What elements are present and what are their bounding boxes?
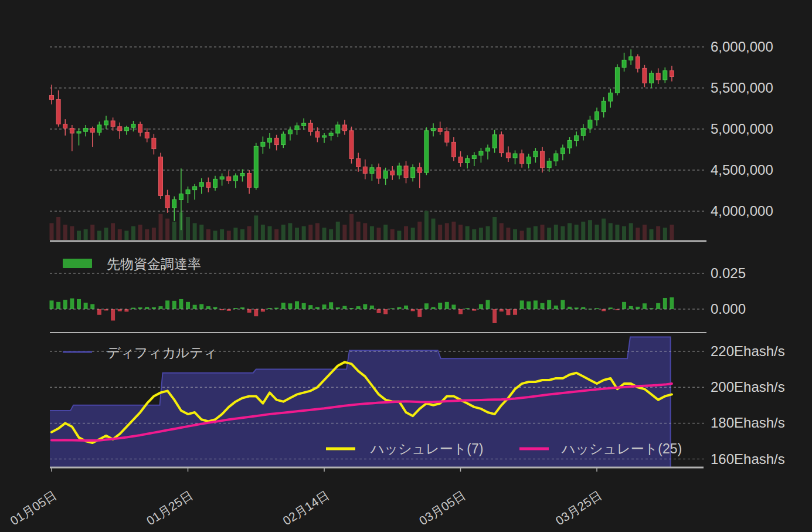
volume-bar	[424, 211, 429, 240]
candle-body	[383, 171, 388, 178]
volume-bar	[288, 223, 292, 240]
funding-bar	[213, 307, 218, 309]
volume-bar	[240, 229, 244, 240]
volume-bar	[500, 223, 504, 240]
volume-bar	[220, 229, 224, 240]
candle-body	[445, 131, 449, 142]
funding-bar	[602, 309, 606, 311]
candle-body	[541, 151, 545, 168]
volume-bar	[432, 219, 436, 240]
candle-body	[50, 96, 54, 100]
volume-bar	[588, 220, 592, 240]
candle-body	[500, 135, 504, 153]
candle-body	[547, 161, 551, 168]
candle-body	[670, 71, 674, 77]
candle-body	[240, 174, 244, 176]
volume-bar	[492, 217, 497, 240]
funding-bar	[63, 300, 67, 309]
funding-bar	[342, 306, 346, 309]
volume-bar	[77, 231, 81, 240]
candle-body	[622, 60, 626, 67]
funding-bar	[322, 304, 327, 309]
funding-axis-label: 0.000	[711, 301, 746, 317]
candle-body	[554, 154, 558, 161]
funding-bar	[315, 307, 320, 309]
volume-bar	[124, 231, 128, 240]
funding-axis-labels: 0.0250.000	[711, 265, 746, 317]
volume-bar	[472, 229, 476, 240]
funding-legend-swatch	[63, 259, 92, 268]
volume-bar	[383, 225, 388, 240]
volume-bar	[97, 231, 101, 240]
volume-bar	[302, 226, 306, 240]
volume-bar	[445, 223, 449, 240]
candle-body	[397, 166, 401, 175]
funding-gridlines	[50, 273, 706, 309]
volume-bar	[602, 219, 606, 240]
candle-body	[479, 151, 483, 155]
volume-bar	[172, 222, 176, 240]
hashrate-axis-label: 200Ehash/s	[711, 379, 785, 395]
candle-body	[295, 126, 299, 130]
price-axis-label: 4,000,000	[711, 203, 773, 219]
candle-body	[336, 125, 340, 133]
funding-bar	[417, 309, 422, 317]
candle-body	[615, 67, 619, 93]
volume-bar	[581, 222, 585, 240]
candle-body	[288, 130, 292, 134]
volume-bar	[622, 226, 626, 240]
volume-bar	[295, 228, 299, 240]
difficulty-legend[interactable]: ディフィカルティ	[63, 345, 217, 360]
candle-body	[534, 151, 538, 157]
candle-body	[233, 176, 237, 181]
volume-bar	[322, 228, 327, 240]
candle-body	[411, 168, 415, 178]
volume-bar	[486, 226, 490, 240]
volume-bar	[656, 226, 660, 240]
funding-bar	[206, 306, 210, 309]
volume-bar	[541, 225, 545, 240]
volume-bars	[50, 211, 674, 240]
funding-bar	[670, 297, 674, 309]
candle-body	[404, 166, 408, 178]
funding-bar	[629, 306, 633, 309]
funding-bar	[90, 304, 94, 309]
candle-body	[650, 73, 654, 83]
hashrate-axis-label: 160Ehash/s	[711, 451, 785, 467]
candle-body	[363, 167, 367, 173]
volume-bar	[329, 229, 333, 240]
volume-bar	[417, 222, 422, 240]
funding-legend[interactable]: 先物資金調達率	[63, 256, 201, 272]
price-gridlines	[50, 47, 706, 211]
funding-rate-bars	[50, 297, 674, 323]
funding-bar	[404, 306, 408, 309]
funding-bar	[526, 301, 531, 309]
funding-bar	[581, 307, 585, 309]
funding-legend-label: 先物資金調達率	[107, 256, 201, 272]
candle-body	[302, 123, 306, 126]
volume-bar	[595, 225, 599, 240]
funding-axis-label: 0.025	[711, 265, 746, 281]
funding-bar	[458, 309, 463, 314]
volume-bar	[554, 225, 558, 240]
chart-canvas[interactable]: 6,000,0005,500,0005,000,0004,500,0004,00…	[0, 0, 812, 532]
volume-bar	[479, 228, 483, 240]
funding-bar	[172, 301, 176, 309]
candle-body	[370, 168, 374, 174]
funding-bar	[622, 302, 626, 309]
funding-bar	[329, 302, 333, 309]
volume-bar	[281, 225, 286, 240]
volume-bar	[193, 223, 197, 240]
volume-bar	[206, 229, 210, 240]
volume-bar	[152, 228, 156, 240]
candle-body	[104, 121, 108, 125]
candle-body	[308, 123, 312, 131]
volume-bar	[670, 225, 674, 240]
candle-body	[424, 131, 429, 172]
candle-body	[268, 138, 272, 142]
funding-bar	[193, 305, 197, 309]
candle-body	[213, 179, 218, 187]
volume-bar	[458, 225, 463, 240]
x-axis-label: 03月05日	[417, 488, 468, 528]
volume-bar	[404, 226, 408, 240]
